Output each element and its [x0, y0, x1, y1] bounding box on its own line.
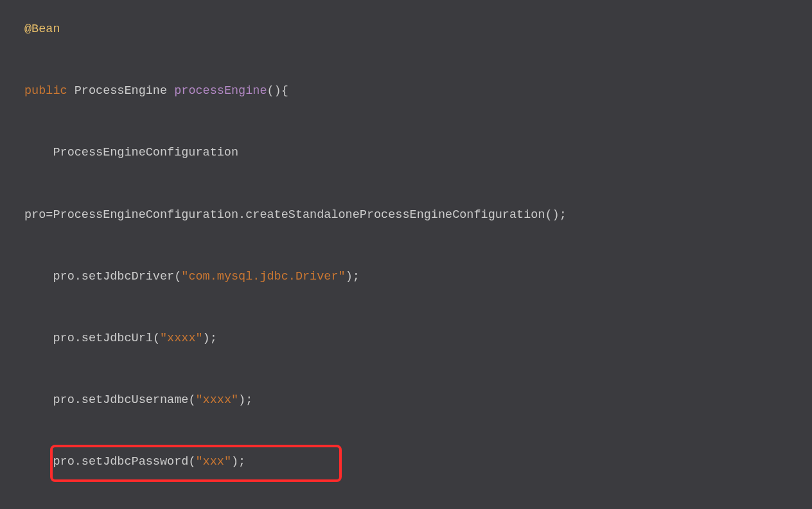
- token-string: "xxx": [195, 455, 231, 469]
- token-punct: (: [267, 84, 274, 98]
- token-punct: .: [75, 332, 82, 345]
- token-method-declaration: processEngine: [174, 84, 267, 98]
- token-type: ProcessEngineConfiguration: [53, 208, 238, 222]
- editor-inner: @Bean public ProcessEngine processEngine…: [0, 8, 812, 509]
- token-indent: [24, 270, 53, 283]
- token-punct: (: [188, 455, 195, 469]
- token-type: ProcessEngineConfiguration: [53, 146, 238, 159]
- token-punct: (: [188, 393, 195, 407]
- token-identifier: pro: [53, 455, 74, 469]
- token-punct: .: [75, 270, 82, 283]
- code-line: public ProcessEngine processEngine(){: [24, 76, 788, 107]
- token-string: "xxxx": [195, 393, 238, 407]
- code-block[interactable]: @Bean public ProcessEngine processEngine…: [24, 14, 788, 509]
- token-keyword: public: [24, 84, 67, 98]
- code-line: pro.setJdbcUsername("xxxx");: [24, 385, 788, 416]
- token-call: setJdbcDriver: [82, 270, 174, 283]
- token-type: ProcessEngine: [75, 84, 167, 98]
- token-indent: [24, 455, 53, 469]
- token-call: setJdbcUsername: [82, 393, 189, 407]
- token-string: "com.mysql.jdbc.Driver": [181, 270, 345, 283]
- token-indent: [24, 393, 53, 407]
- token-identifier: pro: [53, 332, 74, 345]
- token-punct: );: [346, 270, 360, 283]
- token-punct: ): [274, 84, 281, 98]
- token-indent: [24, 332, 53, 345]
- token-indent: [24, 146, 53, 159]
- code-line: pro.setJdbcUrl("xxxx");: [24, 323, 788, 354]
- code-line: ProcessEngineConfiguration: [24, 138, 788, 168]
- code-line: pro.setJdbcPassword("xxx");: [24, 447, 788, 478]
- token-punct: ();: [545, 208, 566, 222]
- token-space: [67, 84, 75, 98]
- token-space: [167, 84, 174, 98]
- code-line: @Bean: [24, 14, 788, 45]
- token-call: createStandaloneProcessEngineConfigurati…: [245, 208, 545, 222]
- token-punct: );: [238, 393, 252, 407]
- token-punct: {: [281, 84, 288, 98]
- token-punct: (: [153, 332, 160, 345]
- code-editor[interactable]: @Bean public ProcessEngine processEngine…: [0, 0, 812, 509]
- token-call: setJdbcUrl: [82, 332, 153, 345]
- token-punct: );: [231, 455, 245, 469]
- token-identifier: pro: [53, 270, 74, 283]
- code-line: pro=ProcessEngineConfiguration.createSta…: [24, 200, 788, 231]
- token-identifier: pro: [53, 393, 74, 407]
- token-punct: );: [203, 332, 217, 345]
- token-identifier: pro: [24, 208, 46, 222]
- token-string: "xxxx": [160, 332, 203, 345]
- token-annotation: @Bean: [24, 22, 60, 36]
- token-punct: .: [75, 393, 82, 407]
- token-punct: .: [75, 455, 82, 469]
- token-call: setJdbcPassword: [82, 455, 189, 469]
- code-line: pro.setJdbcDriver("com.mysql.jdbc.Driver…: [24, 262, 788, 292]
- token-punct: =: [46, 208, 53, 222]
- token-punct: .: [238, 208, 245, 222]
- token-punct: (: [174, 270, 181, 283]
